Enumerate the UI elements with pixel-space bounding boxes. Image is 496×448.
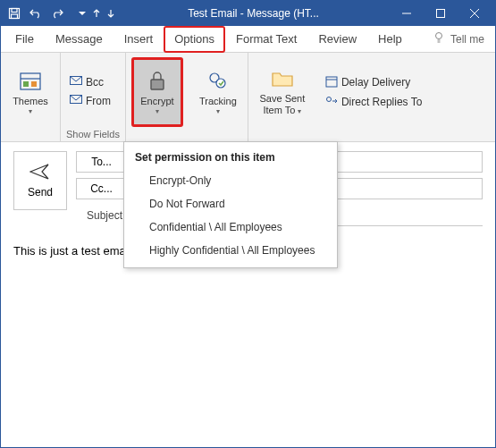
menu-header: Set permission on this item [124,148,337,169]
tell-me-search[interactable]: Tell me [425,31,492,46]
save-icon[interactable] [4,4,24,23]
svg-point-21 [326,97,331,101]
tab-format-text[interactable]: Format Text [225,26,307,53]
window-controls [390,1,492,26]
svg-rect-19 [326,77,337,87]
svg-rect-16 [151,80,164,89]
tab-review[interactable]: Review [307,26,367,53]
tracking-button[interactable]: Tracking ▾ [194,59,242,125]
quick-access-toolbar [4,4,117,23]
close-button[interactable] [458,1,492,26]
svg-point-7 [435,33,441,39]
save-sent-button[interactable]: Save Sent Item To ▾ [254,59,311,125]
menu-encrypt-only[interactable]: Encrypt-Only [124,169,337,192]
menu-highly-confidential[interactable]: Highly Confidential \ All Employees [124,239,337,262]
lock-icon [147,69,167,94]
tab-insert[interactable]: Insert [113,26,164,53]
svg-rect-2 [12,14,18,19]
redo-icon[interactable] [47,4,67,23]
svg-rect-1 [12,9,17,13]
tab-file[interactable]: File [4,26,45,53]
themes-icon [19,69,42,94]
from-icon [70,95,82,108]
group-label-show-fields: Show Fields [66,127,120,139]
themes-button[interactable]: Themes ▾ [6,59,55,125]
window-title: Test Email - Message (HT... [117,7,390,20]
svg-rect-4 [437,10,445,18]
tab-help[interactable]: Help [367,26,413,53]
encrypt-dropdown-menu: Set permission on this item Encrypt-Only… [123,141,338,268]
chevron-down-icon: ▾ [216,107,220,115]
up-arrow-icon[interactable] [90,4,103,23]
send-button[interactable]: Send [13,151,67,210]
bcc-icon [70,76,82,89]
group-label [6,127,55,139]
group-more: Save Sent Item To ▾ Delay Delivery Direc… [248,53,495,141]
ribbon-tabs: File Message Insert Options Format Text … [1,26,495,53]
folder-icon [272,66,293,91]
tell-me-label: Tell me [450,33,484,46]
svg-rect-13 [31,81,37,87]
bcc-button[interactable]: Bcc [66,74,114,91]
ribbon: Themes ▾ Bcc From Show Fields [1,53,495,142]
chevron-down-icon: ▾ [156,107,159,115]
down-arrow-icon[interactable] [105,4,117,23]
tracking-icon [207,69,229,94]
from-button[interactable]: From [66,93,114,110]
cc-button[interactable]: Cc... [76,178,126,199]
tab-message[interactable]: Message [45,26,113,53]
group-show-fields: Bcc From Show Fields [61,53,126,141]
calendar-icon [325,75,338,90]
undo-icon[interactable] [26,4,46,23]
reply-icon [325,96,338,109]
body-text: This is just a test email. [13,244,134,258]
menu-confidential[interactable]: Confidential \ All Employees [124,216,337,239]
svg-point-18 [216,79,225,88]
chevron-down-icon: ▾ [29,107,32,115]
subject-label: Subject [87,209,122,222]
delay-delivery-button[interactable]: Delay Delivery [322,73,425,92]
title-bar: Test Email - Message (HT... [1,1,495,26]
send-icon [29,164,51,182]
maximize-button[interactable] [424,1,458,26]
to-button[interactable]: To... [76,151,126,173]
svg-rect-12 [23,81,29,87]
tab-options[interactable]: Options [164,26,225,53]
menu-do-not-forward[interactable]: Do Not Forward [124,192,337,216]
chevron-down-icon: ▾ [298,107,301,115]
direct-replies-button[interactable]: Direct Replies To [322,94,425,111]
encrypt-button[interactable]: Encrypt ▾ [131,57,183,127]
chevron-down-icon[interactable] [76,4,88,23]
minimize-button[interactable] [390,1,424,26]
lightbulb-icon [433,31,445,46]
group-tracking: Tracking ▾ [189,53,248,141]
group-themes: Themes ▾ [1,53,61,141]
group-encrypt: Encrypt ▾ [126,53,189,141]
